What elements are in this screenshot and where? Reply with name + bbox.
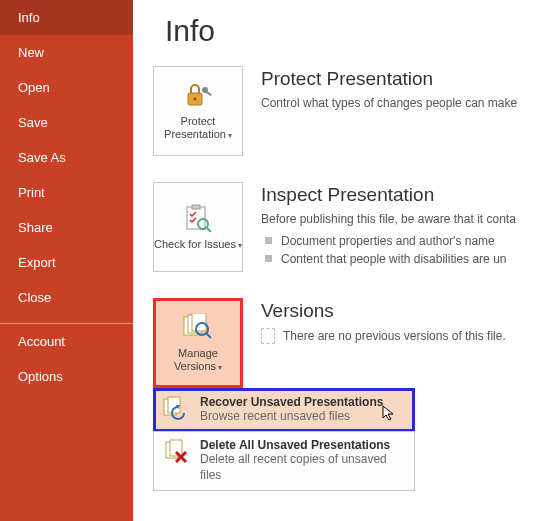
sidebar-item-new[interactable]: New bbox=[0, 35, 133, 70]
chevron-down-icon: ▾ bbox=[218, 363, 222, 372]
protect-button-label: Protect Presentation bbox=[164, 115, 226, 140]
versions-desc: There are no previous versions of this f… bbox=[283, 329, 506, 343]
recover-subtitle: Browse recent unsaved files bbox=[200, 409, 383, 425]
svg-line-12 bbox=[206, 333, 211, 338]
sidebar-item-print[interactable]: Print bbox=[0, 175, 133, 210]
versions-section: Manage Versions▾ Versions There are no p… bbox=[153, 298, 534, 388]
svg-point-1 bbox=[194, 98, 197, 101]
inspect-heading: Inspect Presentation bbox=[261, 184, 534, 206]
check-issues-label: Check for Issues bbox=[154, 238, 236, 250]
protect-presentation-button[interactable]: Protect Presentation▾ bbox=[153, 66, 243, 156]
delete-subtitle: Delete all recent copies of unsaved file… bbox=[200, 452, 406, 483]
sidebar-item-save[interactable]: Save bbox=[0, 105, 133, 140]
manage-versions-label: Manage Versions bbox=[174, 347, 218, 372]
delete-title: Delete All Unsaved Presentations bbox=[200, 438, 406, 452]
cursor-icon bbox=[382, 405, 398, 421]
lock-icon bbox=[182, 81, 214, 111]
svg-rect-5 bbox=[192, 205, 200, 209]
inspect-bullet: Content that people with disabilities ar… bbox=[263, 250, 534, 268]
svg-rect-3 bbox=[206, 91, 212, 96]
sidebar-item-save-as[interactable]: Save As bbox=[0, 140, 133, 175]
protect-desc: Control what types of changes people can… bbox=[261, 94, 534, 112]
versions-heading: Versions bbox=[261, 300, 534, 322]
manage-versions-button[interactable]: Manage Versions▾ bbox=[153, 298, 243, 388]
inspect-desc: Before publishing this file, be aware th… bbox=[261, 210, 534, 228]
backstage-sidebar: Info New Open Save Save As Print Share E… bbox=[0, 0, 133, 521]
sidebar-item-open[interactable]: Open bbox=[0, 70, 133, 105]
versions-icon bbox=[182, 313, 214, 343]
sidebar-item-account[interactable]: Account bbox=[0, 324, 133, 359]
svg-line-7 bbox=[207, 228, 211, 232]
chevron-down-icon: ▾ bbox=[238, 241, 242, 250]
page-title: Info bbox=[165, 14, 534, 48]
sidebar-item-options[interactable]: Options bbox=[0, 359, 133, 394]
sidebar-item-info[interactable]: Info bbox=[0, 0, 133, 35]
sidebar-item-share[interactable]: Share bbox=[0, 210, 133, 245]
recover-title: Recover Unsaved Presentations bbox=[200, 395, 383, 409]
recover-icon bbox=[162, 395, 190, 423]
checklist-icon bbox=[183, 204, 213, 234]
inspect-section: Check for Issues▾ Inspect Presentation B… bbox=[153, 182, 534, 272]
inspect-bullet: Document properties and author's name bbox=[263, 232, 534, 250]
document-icon bbox=[261, 328, 275, 344]
chevron-down-icon: ▾ bbox=[228, 131, 232, 140]
protect-section: Protect Presentation▾ Protect Presentati… bbox=[153, 66, 534, 156]
recover-unsaved-menu-item[interactable]: Recover Unsaved Presentations Browse rec… bbox=[153, 388, 415, 432]
check-issues-button[interactable]: Check for Issues▾ bbox=[153, 182, 243, 272]
delete-unsaved-menu-item[interactable]: Delete All Unsaved Presentations Delete … bbox=[153, 431, 415, 491]
sidebar-item-close[interactable]: Close bbox=[0, 280, 133, 315]
sidebar-item-export[interactable]: Export bbox=[0, 245, 133, 280]
delete-icon bbox=[162, 438, 190, 466]
manage-versions-menu: Recover Unsaved Presentations Browse rec… bbox=[153, 388, 415, 491]
info-page: Info Protect Presentation▾ Protect Prese… bbox=[133, 0, 534, 521]
protect-heading: Protect Presentation bbox=[261, 68, 534, 90]
svg-rect-10 bbox=[192, 313, 206, 331]
